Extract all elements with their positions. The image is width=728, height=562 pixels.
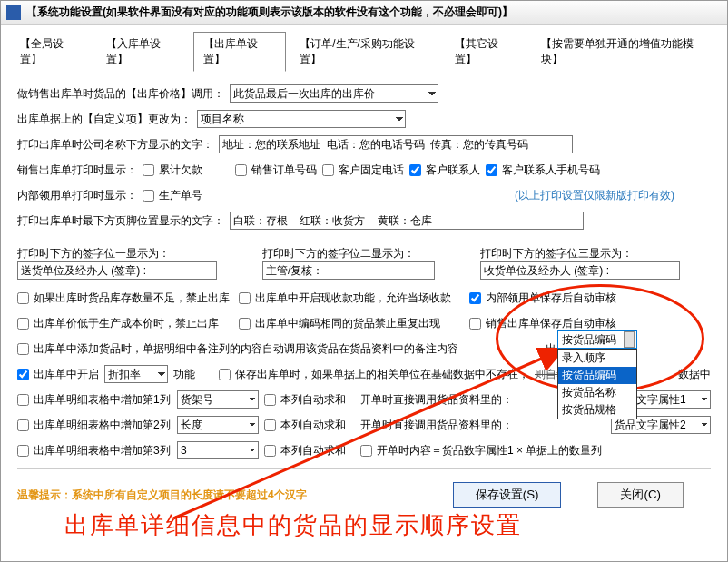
sign3-label: 打印时下方的签字位三显示为：: [480, 246, 689, 261]
sort-selected: 按货品编码: [562, 332, 616, 348]
col1-call-label: 开单时直接调用货品资料里的：: [360, 392, 513, 408]
sort-dropdown-list[interactable]: 录入顺序 按货品编码 按货品名称 按货品规格: [557, 349, 637, 419]
chk-enable-discount[interactable]: 出库单中开启: [17, 367, 99, 382]
sales-print-label: 销售出库单打印时显示：: [17, 163, 137, 178]
sign2-input[interactable]: [262, 261, 435, 280]
company-footer-input[interactable]: [219, 135, 573, 153]
custom-field-label: 出库单据上的【自定义项】更改为：: [17, 112, 192, 127]
window-title: 【系统功能设置(如果软件界面没有对应的功能项则表示该版本的软件没有这个功能，不必…: [26, 5, 513, 20]
extra-col1-select[interactable]: 货架号: [177, 390, 259, 409]
chk-contact-mobile[interactable]: 客户联系人手机号码: [486, 163, 600, 178]
chk-auto-audit-internal[interactable]: 内部领用单保存后自动审核: [469, 291, 616, 306]
tab-outbound[interactable]: 【出库单设置】: [193, 32, 287, 72]
print-note: (以上打印设置仅限新版打印有效): [515, 188, 674, 203]
extra-col2-select[interactable]: 长度: [177, 416, 259, 434]
chk-col3-sum[interactable]: 本列自动求和: [264, 443, 346, 458]
company-footer-label: 打印出库单时公司名称下方显示的文字：: [17, 137, 213, 153]
sort-opt-2[interactable]: 按货品名称: [558, 384, 636, 401]
chk-cust-phone[interactable]: 客户固定电话: [322, 163, 404, 178]
page-footer-label: 打印出库单时最下方页脚位置显示的文字：: [17, 213, 224, 229]
chk-col1-sum[interactable]: 本列自动求和: [264, 392, 346, 408]
chk-block-no-stock[interactable]: 如果出库时货品库存数量不足，禁止出库: [17, 291, 226, 306]
chk-contact[interactable]: 客户联系人: [409, 163, 480, 178]
tab-addon[interactable]: 【按需要单独开通的增值功能模块】: [531, 32, 718, 72]
chk-auto-remark[interactable]: 出库单中添加货品时，单据明细中备注列的内容自动调用该货品在货品资料中的备注内容: [17, 341, 458, 357]
chk-order-no[interactable]: 销售订单号码: [235, 163, 317, 178]
app-icon: [6, 5, 21, 20]
tab-global[interactable]: 【全局设置】: [10, 32, 93, 72]
sort-opt-0[interactable]: 录入顺序: [558, 350, 636, 367]
chk-block-below-cost[interactable]: 出库单价低于生产成本价时，禁止出库: [17, 316, 226, 331]
annotation-text: 出库单详细信息中的货品的显示顺序设置: [64, 509, 522, 541]
sort-opt-1[interactable]: 按货品编码: [558, 367, 636, 384]
chk-block-dup-code[interactable]: 出库单中编码相同的货品禁止重复出现: [239, 316, 457, 331]
tab-bar: 【全局设置】 【入库单设置】 【出库单设置】 【订单/生产/采购功能设置】 【其…: [1, 25, 727, 72]
tab-inbound[interactable]: 【入库单设置】: [96, 32, 190, 72]
chk-extra-col2[interactable]: 出库单明细表格中增加第2列: [17, 418, 172, 433]
chk-extra-col1[interactable]: 出库单明细表格中增加第1列: [17, 392, 172, 408]
chk-arrears[interactable]: 累计欠款: [143, 163, 202, 178]
sign1-input[interactable]: [17, 261, 217, 280]
chk-prod-no[interactable]: 生产单号: [143, 188, 202, 203]
warm-tip: 温馨提示：系统中所有自定义项目的长度请不要超过4个汉字: [17, 488, 307, 503]
sign1-label: 打印时下方的签字位一显示为：: [17, 246, 226, 261]
chk-auto-create-base[interactable]: 保存出库单时，如果单据上的相关单位在基础数据中不存在，: [219, 367, 529, 382]
sort-opt-3[interactable]: 按货品规格: [558, 401, 636, 419]
chk-extra-col3[interactable]: 出库单明细表格中增加第3列: [17, 443, 172, 458]
save-button[interactable]: 保存设置(S): [453, 482, 562, 508]
price-source-label: 做销售出库单时货品的【出库价格】调用：: [17, 86, 224, 102]
close-button[interactable]: 关闭(C): [597, 482, 684, 508]
chk-col3-formula[interactable]: 开单时内容＝货品数字属性1 × 单据上的数量列: [360, 443, 602, 458]
chk-col2-sum[interactable]: 本列自动求和: [264, 418, 346, 433]
after-text: 数据中: [678, 367, 711, 382]
sign3-input[interactable]: [480, 261, 680, 280]
chk-cash-receive[interactable]: 出库单中开启现收款功能，允许当场收款: [239, 291, 457, 306]
sign2-label: 打印时下方的签字位二显示为：: [262, 246, 444, 261]
sort-dropdown[interactable]: 按货品编码 录入顺序 按货品编码 按货品名称 按货品规格: [557, 330, 637, 419]
extra-col3-select[interactable]: 3: [177, 441, 259, 459]
titlebar: 【系统功能设置(如果软件界面没有对应的功能项则表示该版本的软件没有这个功能，不必…: [1, 1, 727, 25]
discount-type-select[interactable]: 折扣率: [104, 365, 168, 383]
internal-print-label: 内部领用单打印时显示：: [17, 188, 137, 203]
col2-call-label: 开单时直接调用货品资料里的：: [360, 418, 513, 433]
custom-field-select[interactable]: 项目名称: [197, 110, 406, 128]
discount-tail: 功能: [173, 367, 195, 382]
tab-order[interactable]: 【订单/生产/采购功能设置】: [290, 32, 441, 72]
price-source-select[interactable]: 此货品最后一次出库的出库价: [230, 84, 438, 103]
chk-auto-audit-sales[interactable]: 销售出库单保存后自动审核: [469, 316, 616, 331]
page-footer-input[interactable]: [230, 212, 584, 230]
tab-other[interactable]: 【其它设置】: [445, 32, 527, 72]
